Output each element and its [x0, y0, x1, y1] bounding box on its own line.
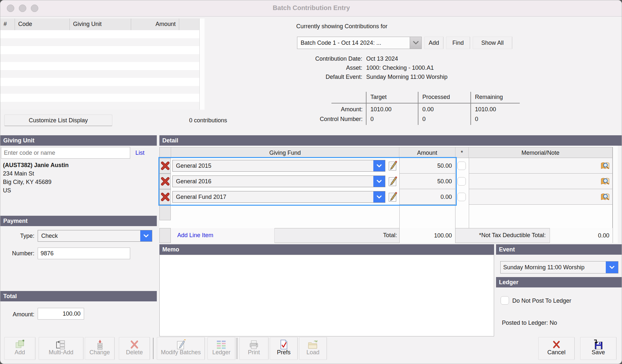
memorial-note-cell[interactable] [469, 158, 613, 174]
chevron-down-icon[interactable] [140, 230, 152, 241]
contribution-list-body[interactable] [0, 30, 199, 110]
event-select[interactable]: Sunday Morning 11:00 Worship [500, 261, 618, 273]
edit-pencil-icon [388, 192, 398, 202]
payment-type-select[interactable]: Check [38, 230, 152, 242]
col-giving-unit[interactable]: Giving Unit [70, 18, 131, 30]
do-not-post-checkbox[interactable] [501, 296, 509, 305]
edit-pencil-icon [388, 161, 398, 171]
change-button[interactable]: Change [85, 337, 115, 360]
detail-total-label: Total: [325, 232, 397, 239]
detail-col-star: * [455, 147, 469, 158]
edit-pencil-icon [388, 176, 398, 187]
not-tax-deductible-checkbox[interactable] [457, 177, 466, 186]
edit-fund-button[interactable] [388, 192, 398, 204]
prefs-button[interactable]: Prefs [270, 337, 298, 360]
delete-line-button[interactable] [159, 174, 171, 189]
not-tax-deductible-checkbox[interactable] [457, 162, 466, 170]
batch-find-button[interactable]: Find [446, 37, 470, 49]
multi-add-button[interactable]: Multi-Add [39, 337, 83, 360]
col-number[interactable]: # [0, 18, 15, 30]
payment-section-header: Payment [0, 216, 157, 226]
giving-fund-select[interactable]: General 2016 [172, 176, 385, 187]
not-tax-deductible-checkbox[interactable] [457, 193, 466, 201]
giving-fund-value: General Fund 2017 [173, 194, 373, 200]
line-amount-cell[interactable]: 50.00 [399, 158, 455, 174]
memorial-lookup-button[interactable] [600, 162, 610, 172]
summary-col-remaining: Remaining [475, 94, 503, 101]
memo-textarea[interactable] [159, 255, 494, 336]
batch-selector[interactable]: Batch Code 1 - Oct 14 2024: ... [297, 37, 422, 49]
detail-col-amount: Amount [399, 147, 455, 158]
print-button[interactable]: Print [239, 337, 268, 360]
giving-unit-address-line2: Big City, KY 45689 [3, 179, 51, 186]
chevron-down-icon[interactable] [410, 37, 421, 49]
delete-line-button[interactable] [159, 158, 171, 174]
edit-fund-button[interactable] [388, 176, 398, 188]
do-not-post-label: Do Not Post To Ledger [512, 297, 571, 304]
giving-unit-list-link[interactable]: List [135, 150, 144, 156]
summary-amount-processed: 0.00 [422, 106, 434, 113]
modify-batches-icon [176, 339, 186, 350]
giving-fund-select[interactable]: General Fund 2017 [172, 191, 385, 203]
batch-add-button[interactable]: Add [424, 37, 443, 49]
total-section-header: Total [0, 291, 157, 301]
giving-unit-search-input[interactable] [1, 147, 130, 159]
chevron-down-icon[interactable] [373, 160, 385, 171]
delete-button[interactable]: Delete [119, 337, 150, 360]
event-section-header: Event [496, 244, 622, 255]
ntd-total-label: *Not Tax Deductible Total: [465, 232, 546, 239]
summary-col-processed: Processed [422, 94, 450, 101]
memorial-note-cell[interactable] [469, 174, 613, 189]
add-button[interactable]: Add [4, 337, 35, 360]
col-amount[interactable]: Amount [131, 18, 179, 30]
default-event-label: Default Event: [258, 74, 362, 80]
col-code[interactable]: Code [15, 18, 70, 30]
giving-fund-select[interactable]: General 2015 [172, 160, 385, 172]
detail-col-memorial: Memorial/Note [469, 147, 612, 158]
memorial-lookup-button[interactable] [600, 193, 610, 203]
batch-heading: Currently showing Contributions for [277, 23, 407, 30]
load-button[interactable]: Load [299, 337, 327, 360]
line-amount-cell[interactable]: 0.00 [399, 189, 455, 205]
line-amount-cell[interactable]: 50.00 [399, 174, 455, 189]
delete-line-button[interactable] [159, 189, 171, 205]
customize-list-display-button[interactable]: Customize List Display [4, 115, 112, 126]
ledger-icon [216, 339, 227, 350]
edit-fund-button[interactable] [388, 161, 398, 173]
multi-add-icon [56, 339, 67, 350]
giving-unit-section-header: Giving Unit [0, 135, 157, 146]
payment-number-input[interactable] [38, 248, 130, 259]
chevron-down-icon[interactable] [606, 261, 618, 273]
save-button[interactable]: Save [580, 337, 616, 360]
load-icon [307, 339, 318, 350]
memorial-book-icon [600, 193, 610, 201]
giving-unit-name: (AUST382) Janie Austin [3, 162, 68, 169]
detail-total-value: 100.00 [399, 228, 455, 243]
cancel-button[interactable]: Cancel [538, 337, 575, 360]
chevron-down-icon[interactable] [373, 176, 385, 187]
delete-line-icon [161, 177, 169, 186]
ntd-total-value: 0.00 [550, 228, 613, 243]
modify-batches-button[interactable]: Modify Batches [157, 337, 205, 360]
contribution-count: 0 contributions [176, 117, 241, 124]
delete-icon [130, 339, 139, 350]
total-amount-input[interactable] [38, 308, 84, 320]
batch-show-all-button[interactable]: Show All [473, 37, 512, 49]
memorial-lookup-button[interactable] [600, 177, 610, 187]
cancel-icon [552, 339, 561, 350]
detail-scrollbar[interactable] [613, 147, 618, 243]
add-line-item-link[interactable]: Add Line Item [177, 232, 213, 239]
summary-control-label: Control Number: [291, 116, 363, 123]
summary-control-processed: 0 [422, 116, 426, 123]
total-amount-label: Amount: [0, 311, 34, 318]
delete-line-icon [161, 162, 169, 170]
summary-control-target: 0 [370, 116, 374, 123]
summary-amount-label: Amount: [291, 106, 363, 113]
ledger-button[interactable]: Ledger [207, 337, 235, 360]
change-icon [95, 339, 104, 350]
default-event-value: Sunday Morning 11:00 Worship [366, 74, 447, 80]
memorial-note-cell[interactable] [469, 189, 613, 205]
list-scrollbar[interactable] [199, 18, 205, 110]
chevron-down-icon[interactable] [373, 191, 385, 202]
giving-unit-address-line3: US [3, 187, 11, 194]
